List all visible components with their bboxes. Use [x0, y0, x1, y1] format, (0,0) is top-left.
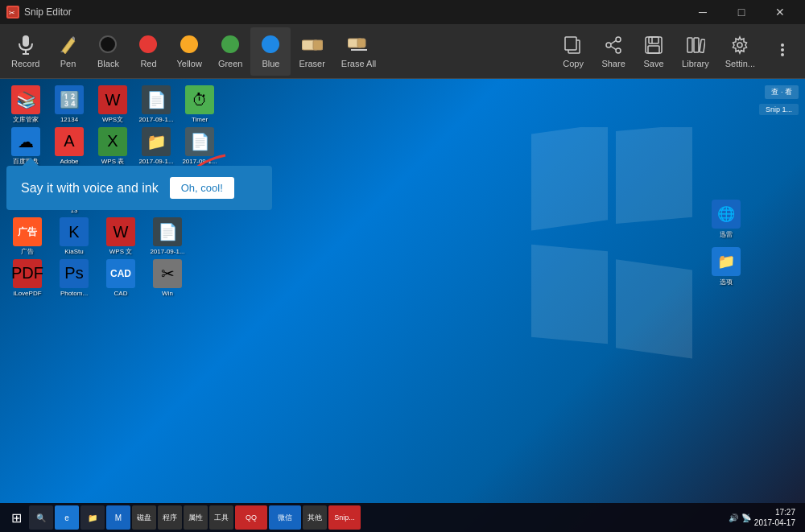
record-label: Record [11, 59, 39, 68]
desktop-icon[interactable]: CAD CAD [100, 259, 142, 298]
minimize-button[interactable]: ─ [684, 0, 721, 24]
save-button[interactable]: Save [634, 27, 674, 76]
yellow-button[interactable]: Yellow [168, 27, 209, 76]
taskbar-icon-app3[interactable]: 程序 [158, 505, 182, 530]
green-button[interactable]: Green [210, 27, 251, 76]
copy-icon [562, 34, 584, 56]
taskbar-icon-app4[interactable]: 属性 [184, 505, 208, 530]
maximize-button[interactable]: □ [723, 0, 760, 24]
red-circle-icon [137, 34, 159, 56]
svg-line-15 [611, 41, 616, 44]
content-area: 📚 文库管家 🔢 12134 W WPS文 📄 2017-09-1... ⏱ T… [0, 79, 805, 532]
svg-rect-22 [694, 38, 699, 52]
taskbar-icon-app2[interactable]: 磁盘 [132, 505, 156, 530]
taskbar-icon-edge[interactable]: e [55, 505, 79, 530]
svg-point-14 [616, 48, 621, 53]
erase-all-label: Erase All [341, 59, 376, 68]
desktop-icon[interactable]: Ps Photom... [53, 259, 95, 298]
desktop-icon[interactable]: K KiaStu [53, 217, 95, 256]
desktop-icon[interactable]: 📚 文库管家 [6, 85, 45, 124]
svg-rect-29 [616, 127, 692, 224]
svg-point-27 [781, 53, 784, 56]
svg-rect-19 [648, 46, 659, 53]
callout-button[interactable]: Oh, cool! [170, 177, 234, 199]
svg-line-16 [611, 47, 616, 50]
desktop-icon[interactable]: PDF iLovePDF [6, 259, 48, 298]
icon-row-1: 📚 文库管家 🔢 12134 W WPS文 📄 2017-09-1... ⏱ T… [6, 85, 219, 124]
erase-all-icon [348, 34, 370, 56]
taskbar-icon-app6[interactable]: QQ [235, 505, 267, 530]
desktop-icons: 📚 文库管家 🔢 12134 W WPS文 📄 2017-09-1... ⏱ T… [0, 79, 225, 513]
desktop-icon[interactable]: A Adobe [50, 127, 89, 166]
black-circle-icon [97, 34, 119, 56]
black-button[interactable]: Black [88, 27, 128, 76]
svg-rect-21 [687, 38, 692, 52]
blue-circle-icon [259, 34, 282, 56]
eraser-label: Eraser [299, 59, 324, 68]
toolbar: Record Pen Black Red [0, 24, 805, 79]
toolbar-left: Record Pen Black Red [3, 27, 553, 76]
app-icon: ✂ [6, 6, 19, 19]
svg-rect-18 [649, 37, 658, 43]
desktop-icon[interactable]: 广告 广告 [6, 217, 48, 256]
desktop-icon[interactable]: 📄 2017-09-1... [137, 85, 175, 124]
record-button[interactable]: Record [3, 27, 47, 76]
share-button[interactable]: Share [593, 27, 634, 76]
icon-row-5: PDF iLovePDF Ps Photom... CAD CAD ✂ Win [6, 259, 219, 298]
right-desktop-area: 查 · 看 Snip 1... [759, 85, 799, 115]
close-button[interactable]: ✕ [762, 0, 799, 24]
toolbar-right: Copy Share [553, 27, 802, 76]
desktop-icon[interactable]: X WPS 表 [93, 127, 132, 166]
svg-point-25 [781, 43, 784, 47]
right-badge-2: Snip 1... [759, 104, 799, 115]
microphone-icon [14, 34, 37, 56]
title-bar: ✂ Snip Editor ─ □ ✕ [0, 0, 805, 24]
taskbar-icon-snip[interactable]: Snip... [328, 505, 361, 530]
green-circle-icon [219, 34, 242, 56]
library-button[interactable]: Library [674, 27, 717, 76]
svg-rect-31 [616, 259, 692, 358]
copy-button[interactable]: Copy [553, 27, 593, 76]
blue-button[interactable]: Blue [250, 27, 291, 76]
desktop-icon[interactable]: ✂ Win [147, 259, 188, 298]
eraser-button[interactable]: Eraser [291, 27, 332, 76]
start-button[interactable]: ⊞ [3, 505, 29, 530]
taskbar-icon-app5[interactable]: 工具 [209, 505, 233, 530]
taskbar-tray: 🔊 📡 17:27 2017-04-17 [729, 507, 802, 528]
settings-button[interactable]: Settin... [717, 27, 763, 76]
more-button[interactable] [763, 27, 802, 76]
right-badge-1: 查 · 看 [765, 85, 799, 99]
svg-point-13 [606, 43, 611, 47]
more-icon [771, 39, 794, 61]
taskbar-icon-app1[interactable]: M [106, 505, 130, 530]
taskbar-icon-app7[interactable]: 微信 [269, 505, 301, 530]
erase-all-button[interactable]: Erase All [333, 27, 384, 76]
settings-label: Settin... [725, 59, 755, 68]
black-label: Black [97, 59, 119, 68]
taskbar-icon-search[interactable]: 🔍 [29, 505, 53, 530]
taskbar: ⊞ 🔍 e 📁 M 磁盘 程序 属性 工具 QQ 微信 其他 Snip... 🔊… [0, 503, 805, 532]
pen-button[interactable]: Pen [47, 27, 88, 76]
taskbar-icon-app8[interactable]: 其他 [303, 505, 327, 530]
taskbar-icon-file[interactable]: 📁 [80, 505, 105, 530]
desktop-icon[interactable]: 🔢 12134 [50, 85, 89, 124]
svg-rect-23 [700, 39, 705, 53]
red-button[interactable]: Red [128, 27, 168, 76]
desktop-icon[interactable]: ⏱ Timer [180, 85, 219, 124]
desktop-icon-right2[interactable]: 📁 选项 [712, 247, 741, 287]
copy-label: Copy [563, 59, 584, 68]
svg-point-26 [781, 48, 784, 52]
yellow-label: Yellow [176, 59, 201, 68]
save-label: Save [644, 59, 664, 68]
svg-rect-2 [23, 35, 29, 47]
desktop-icon-right[interactable]: 🌐 迅雷 [712, 200, 741, 239]
svg-point-24 [737, 43, 742, 47]
pen-label: Pen [60, 59, 76, 68]
desktop-icon[interactable]: W WPS文 [93, 85, 132, 124]
svg-text:✂: ✂ [9, 9, 15, 17]
share-icon [602, 34, 625, 56]
settings-icon [729, 34, 751, 56]
title-bar-controls: ─ □ ✕ [684, 0, 799, 24]
desktop-icon[interactable]: W WPS 文 [100, 217, 142, 256]
svg-rect-8 [357, 39, 365, 47]
